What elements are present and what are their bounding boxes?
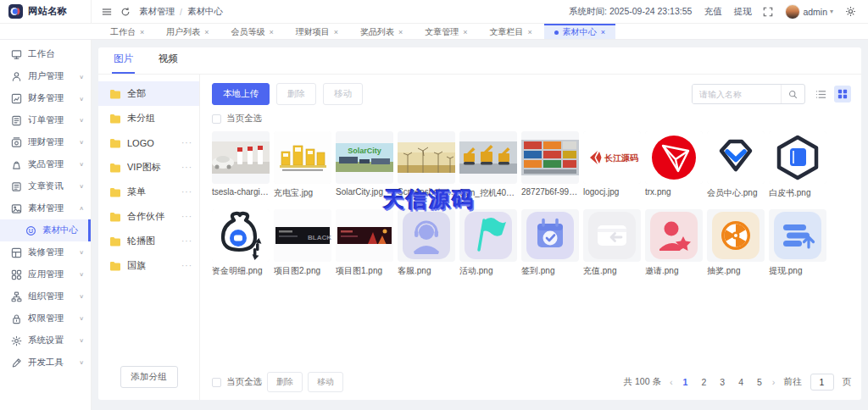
- material-card[interactable]: csm_挖机40年_...: [459, 131, 517, 199]
- sidebar-item[interactable]: 组织管理∨: [0, 285, 91, 308]
- folder-more-icon[interactable]: ···: [181, 212, 192, 221]
- folder-more-icon[interactable]: ···: [181, 138, 192, 147]
- gear-icon[interactable]: [845, 6, 856, 17]
- material-card[interactable]: 抽奖.png: [707, 209, 765, 277]
- footer-select-all-checkbox[interactable]: [212, 378, 221, 387]
- tesla-chargers-photo[interactable]: [212, 131, 270, 184]
- material-card[interactable]: Screenshot_1.png: [398, 131, 455, 199]
- collapse-menu-icon[interactable]: [102, 7, 112, 17]
- changjiang-logo[interactable]: 长江源码: [583, 131, 641, 184]
- close-tab-icon[interactable]: ×: [334, 28, 338, 36]
- page-number[interactable]: 5: [755, 377, 764, 387]
- sidebar-item[interactable]: 用户管理∨: [0, 65, 91, 87]
- withdraw-link[interactable]: 提现: [733, 6, 751, 18]
- lottery-wheel-icon[interactable]: [707, 209, 765, 262]
- page-number[interactable]: 2: [699, 377, 708, 387]
- material-card[interactable]: 项目图1.png: [336, 209, 393, 277]
- close-tab-icon[interactable]: ×: [270, 28, 274, 36]
- select-all-checkbox[interactable]: [212, 114, 221, 124]
- folder-item[interactable]: VIP图标···: [98, 155, 199, 180]
- prev-page-icon[interactable]: ‹: [670, 377, 673, 387]
- user-menu[interactable]: admin ▾: [785, 4, 833, 19]
- delete-button[interactable]: 删除: [276, 83, 316, 105]
- tron-logo[interactable]: [645, 131, 703, 184]
- page-tab[interactable]: 素材中心×: [544, 24, 615, 39]
- folder-item[interactable]: 合作伙伴···: [98, 204, 199, 229]
- page-tab[interactable]: 用户列表×: [156, 24, 219, 39]
- material-card[interactable]: 邀请.png: [645, 209, 703, 277]
- folder-item[interactable]: 全部: [98, 81, 199, 106]
- folder-item[interactable]: LOGO···: [98, 130, 199, 155]
- material-card[interactable]: SolarCitySolarCity.jpg: [336, 131, 393, 199]
- material-card[interactable]: 充电宝.jpg: [274, 131, 331, 199]
- sidebar-item[interactable]: 财务管理∨: [0, 87, 91, 109]
- sidebar-subitem[interactable]: 素材中心: [0, 219, 91, 241]
- withdraw-bars-icon[interactable]: [769, 209, 826, 262]
- folder-more-icon[interactable]: ···: [181, 236, 192, 246]
- wind-turbines-photo[interactable]: [398, 131, 455, 184]
- material-card[interactable]: 会员中心.png: [707, 131, 765, 199]
- containers-photo[interactable]: [521, 131, 579, 184]
- material-card[interactable]: 提现.png: [769, 209, 826, 277]
- add-group-button[interactable]: 添加分组: [120, 366, 178, 388]
- sidebar-item[interactable]: 理财管理∨: [0, 131, 91, 153]
- material-card[interactable]: 活动.png: [459, 209, 517, 277]
- folder-item[interactable]: 国旗···: [98, 253, 199, 278]
- close-tab-icon[interactable]: ×: [528, 28, 532, 36]
- material-card[interactable]: trx.png: [645, 131, 703, 199]
- sidebar-item[interactable]: 素材管理∧: [0, 197, 91, 219]
- checkin-calendar-icon[interactable]: [521, 209, 579, 262]
- material-card[interactable]: 28727b6f-99ec-4...: [521, 131, 579, 199]
- folder-item[interactable]: 菜单···: [98, 180, 199, 204]
- goto-page-input[interactable]: [810, 374, 834, 391]
- material-card[interactable]: BLACK项目图2.png: [274, 209, 331, 277]
- customer-service-icon[interactable]: [398, 209, 455, 262]
- footer-delete-button[interactable]: 删除: [267, 372, 303, 392]
- sidebar-item[interactable]: 装修管理∨: [0, 241, 91, 263]
- close-tab-icon[interactable]: ×: [601, 28, 605, 36]
- media-tab[interactable]: 图片: [112, 53, 135, 74]
- folder-item[interactable]: 轮播图···: [98, 229, 199, 253]
- grid-view-icon[interactable]: [834, 86, 851, 102]
- material-card[interactable]: 签到.png: [521, 209, 579, 277]
- sidebar-item[interactable]: 应用管理∨: [0, 263, 91, 285]
- dark-banner[interactable]: BLACK: [274, 209, 331, 262]
- whitepaper-hexagon-icon[interactable]: [769, 131, 826, 184]
- fullscreen-icon[interactable]: [763, 7, 773, 17]
- material-card[interactable]: 长江源码logocj.jpg: [583, 131, 641, 199]
- close-tab-icon[interactable]: ×: [204, 28, 209, 36]
- folder-more-icon[interactable]: ···: [181, 261, 192, 270]
- activity-flag-icon[interactable]: [459, 209, 517, 262]
- logo[interactable]: 网站名称: [0, 0, 92, 23]
- move-button[interactable]: 移动: [323, 83, 363, 105]
- page-tab[interactable]: 工作台×: [100, 24, 154, 39]
- invite-user-icon[interactable]: [645, 209, 703, 262]
- material-card[interactable]: 客服.png: [398, 209, 455, 277]
- page-tab[interactable]: 理财项目×: [286, 24, 348, 39]
- refresh-icon[interactable]: [120, 7, 131, 17]
- search-icon[interactable]: [781, 85, 804, 103]
- member-diamond-icon[interactable]: [707, 131, 765, 184]
- recharge-link[interactable]: 充值: [704, 6, 721, 18]
- sidebar-item[interactable]: 系统设置∨: [0, 330, 91, 352]
- page-tab[interactable]: 奖品列表×: [350, 24, 413, 39]
- sidebar-item[interactable]: 权限管理∨: [0, 308, 91, 330]
- search-input[interactable]: [693, 85, 781, 103]
- solarcity-photo[interactable]: SolarCity: [336, 131, 393, 184]
- close-tab-icon[interactable]: ×: [398, 28, 403, 36]
- material-card[interactable]: 资金明细.png: [212, 209, 270, 277]
- material-card[interactable]: 白皮书.png: [769, 131, 826, 199]
- recharge-wallet-icon[interactable]: [583, 209, 641, 262]
- material-card[interactable]: 充值.png: [583, 209, 641, 277]
- local-upload-button[interactable]: 本地上传: [212, 83, 270, 105]
- page-tab[interactable]: 文章管理×: [415, 24, 477, 39]
- sidebar-item[interactable]: 奖品管理∨: [0, 153, 91, 175]
- folder-item[interactable]: 未分组: [98, 106, 199, 130]
- material-card[interactable]: tsesla-charging-...: [212, 131, 270, 199]
- sidebar-item[interactable]: 工作台: [0, 43, 91, 65]
- sidebar-item[interactable]: 订单管理∨: [0, 109, 91, 131]
- folder-more-icon[interactable]: ···: [181, 187, 192, 197]
- sidebar-item[interactable]: 文章资讯∨: [0, 175, 91, 197]
- media-tab[interactable]: 视频: [157, 53, 180, 74]
- page-tab[interactable]: 会员等级×: [221, 24, 284, 39]
